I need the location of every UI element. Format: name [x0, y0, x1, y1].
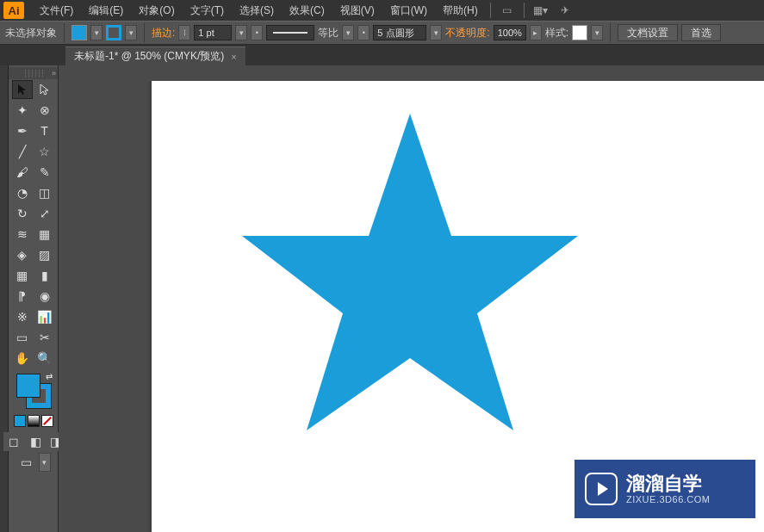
gpu-icon[interactable]: ✈ — [556, 2, 575, 19]
zoom-tool[interactable]: 🔍 — [34, 349, 55, 368]
preferences-button[interactable]: 首选 — [681, 24, 721, 41]
paintbrush-tool[interactable]: 🖌 — [12, 163, 33, 182]
style-swatch[interactable] — [572, 25, 587, 40]
swap-fill-stroke-icon[interactable]: ⇄ — [46, 372, 53, 381]
artboard-tool[interactable]: ▭ — [12, 328, 33, 347]
play-icon — [585, 473, 618, 505]
toolbox: » ✦ ⊗ ✒ T ╱ ☆ 🖌 ✎ ◔ ◫ ↻ ⤢ ≋ — [9, 65, 59, 532]
rotate-tool[interactable]: ↻ — [12, 204, 33, 223]
star-shape[interactable] — [238, 107, 582, 434]
brush-dropdown[interactable]: ▾ — [430, 25, 442, 40]
selection-status: 未选择对象 — [5, 26, 57, 40]
pen-tool[interactable]: ✒ — [12, 121, 33, 140]
toolbox-header[interactable]: » — [9, 67, 58, 79]
separator — [610, 23, 611, 42]
document-tab-bar: 未标题-1* @ 150% (CMYK/预览) × — [0, 45, 764, 65]
color-mode[interactable] — [14, 415, 26, 427]
watermark-url: ZIXUE.3D66.COM — [626, 494, 710, 504]
fill-swatch[interactable] — [71, 25, 87, 40]
screen-mode-dropdown[interactable]: ▾ — [39, 453, 51, 472]
weight-dropdown[interactable]: ▾ — [235, 25, 247, 40]
main-area: » ✦ ⊗ ✒ T ╱ ☆ 🖌 ✎ ◔ ◫ ↻ ⤢ ≋ — [0, 65, 764, 532]
menu-edit[interactable]: 编辑(E) — [82, 1, 130, 20]
perspective-tool[interactable]: ▨ — [34, 245, 55, 264]
document-tab-title: 未标题-1* @ 150% (CMYK/预览) — [74, 49, 224, 64]
document-tab[interactable]: 未标题-1* @ 150% (CMYK/预览) × — [65, 46, 245, 65]
free-transform-tool[interactable]: ▦ — [34, 225, 55, 244]
menu-window[interactable]: 窗口(W) — [383, 1, 434, 20]
app-icon: Ai — [3, 2, 24, 19]
canvas-container: 溜溜自学 ZIXUE.3D66.COM — [59, 65, 764, 532]
direct-selection-tool[interactable] — [34, 80, 55, 99]
pencil-tool[interactable]: ✎ — [34, 163, 55, 182]
width-tool[interactable]: ≋ — [12, 225, 33, 244]
menu-file[interactable]: 文件(F) — [33, 1, 80, 20]
stroke-swatch[interactable] — [106, 25, 121, 40]
watermark-title: 溜溜自学 — [626, 473, 710, 494]
magic-wand-tool[interactable]: ✦ — [12, 101, 33, 120]
eyedropper-tool[interactable]: ⁋ — [12, 287, 33, 306]
panel-strip[interactable] — [0, 65, 9, 532]
stroke-label[interactable]: 描边: — [152, 26, 175, 40]
menu-bar: Ai 文件(F) 编辑(E) 对象(O) 文字(T) 选择(S) 效果(C) 视… — [0, 0, 764, 21]
style-dropdown[interactable]: ▾ — [591, 25, 603, 40]
bridge-icon[interactable]: ▭ — [498, 2, 517, 19]
menu-effect[interactable]: 效果(C) — [283, 1, 332, 20]
stroke-weight-input[interactable]: 1 pt — [194, 25, 232, 40]
separator — [524, 3, 525, 18]
watermark: 溜溜自学 ZIXUE.3D66.COM — [575, 460, 755, 518]
star-tool[interactable]: ☆ — [34, 142, 55, 161]
mesh-tool[interactable]: ▦ — [12, 266, 33, 285]
none-mode[interactable] — [41, 415, 53, 427]
opacity-label[interactable]: 不透明度: — [445, 26, 489, 40]
gradient-tool[interactable]: ▮ — [34, 266, 55, 285]
screen-mode[interactable]: ▭ — [16, 453, 37, 472]
slice-tool[interactable]: ✂ — [34, 328, 55, 347]
draw-normal[interactable]: ◻ — [3, 432, 24, 451]
menu-help[interactable]: 帮助(H) — [436, 1, 485, 20]
separator — [144, 23, 145, 42]
line-tool[interactable]: ╱ — [12, 142, 33, 161]
fill-color[interactable] — [16, 374, 40, 398]
shape-builder-tool[interactable]: ◈ — [12, 245, 33, 264]
menu-select[interactable]: 选择(S) — [233, 1, 281, 20]
close-tab-icon[interactable]: × — [231, 52, 236, 62]
menu-view[interactable]: 视图(V) — [333, 1, 382, 20]
stroke-dropdown[interactable]: ▾ — [125, 25, 137, 40]
separator — [490, 3, 491, 18]
brush-profile-input[interactable]: 5 点圆形 — [373, 25, 426, 40]
draw-behind[interactable]: ◧ — [26, 432, 47, 451]
blob-brush-tool[interactable]: ◔ — [12, 183, 33, 202]
doc-setup-button[interactable]: 文档设置 — [618, 24, 678, 41]
control-bar: 未选择对象 ▾ ▾ 描边: ⁞ 1 pt ▾ • 等比 ▾ • 5 点圆形 ▾ … — [0, 21, 764, 45]
arrange-docs-icon[interactable]: ▦▾ — [531, 2, 550, 19]
svg-marker-0 — [242, 114, 578, 430]
eraser-tool[interactable]: ◫ — [34, 183, 55, 202]
profile-handle[interactable]: • — [251, 25, 263, 40]
gradient-mode[interactable] — [28, 415, 40, 427]
symbol-sprayer-tool[interactable]: ※ — [12, 307, 33, 326]
blend-tool[interactable]: ◉ — [34, 287, 55, 306]
brush-handle[interactable]: • — [357, 25, 370, 40]
style-label: 样式: — [545, 26, 568, 40]
separator — [64, 23, 65, 42]
selection-tool[interactable] — [12, 80, 33, 99]
opacity-dropdown[interactable]: ▸ — [530, 25, 542, 40]
hand-tool[interactable]: ✋ — [12, 349, 33, 368]
type-tool[interactable]: T — [34, 121, 55, 140]
uniform-label: 等比 — [318, 26, 339, 40]
stroke-profile-preview[interactable] — [266, 25, 314, 40]
lasso-tool[interactable]: ⊗ — [34, 101, 55, 120]
menu-text[interactable]: 文字(T) — [183, 1, 231, 20]
graph-tool[interactable]: 📊 — [34, 307, 55, 326]
fill-dropdown[interactable]: ▾ — [90, 25, 102, 40]
opacity-input[interactable]: 100% — [494, 25, 526, 40]
uniform-dropdown[interactable]: ▾ — [342, 25, 354, 40]
fill-stroke-control[interactable]: ⇄ — [15, 372, 53, 410]
scale-tool[interactable]: ⤢ — [34, 204, 55, 223]
weight-down[interactable]: ⁞ — [178, 25, 190, 40]
menu-object[interactable]: 对象(O) — [132, 1, 181, 20]
